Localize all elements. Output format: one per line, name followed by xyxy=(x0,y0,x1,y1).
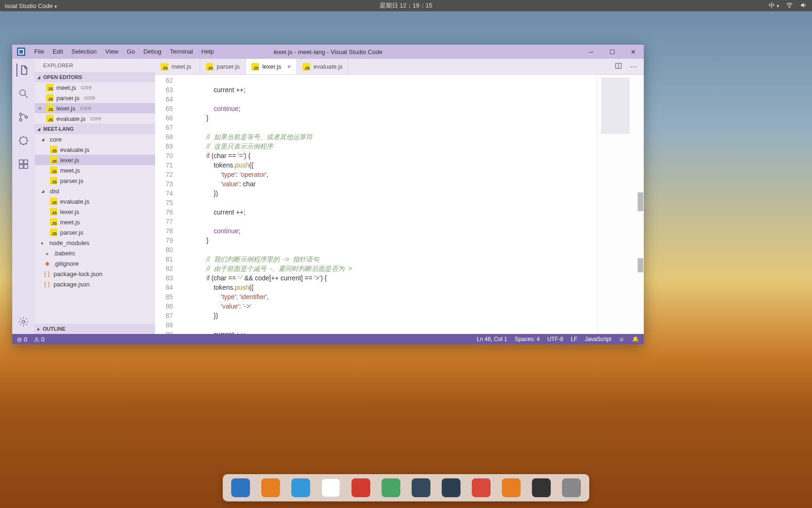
dock-app-4[interactable] xyxy=(351,478,370,497)
tab-parser-js[interactable]: JSparser.js xyxy=(200,59,246,74)
file-parser-js[interactable]: JSparser.js xyxy=(35,175,155,186)
scm-icon[interactable] xyxy=(17,111,30,124)
app-menu[interactable]: isual Studio Code xyxy=(5,2,57,9)
vscode-logo-icon xyxy=(17,48,25,56)
open-editor-lexer-js[interactable]: ×JSlexer.jscore xyxy=(35,103,155,113)
close-icon[interactable]: × xyxy=(37,105,43,112)
dock-app-2[interactable] xyxy=(291,478,310,497)
activity-bar xyxy=(12,59,35,334)
title-bar[interactable]: FileEditSelectionViewGoDebugTerminalHelp… xyxy=(12,45,644,59)
status-errors[interactable]: ⊘ 0 xyxy=(17,336,27,343)
menu-go[interactable]: Go xyxy=(123,45,139,59)
dock-app-3[interactable] xyxy=(321,478,340,497)
js-icon: JS xyxy=(161,63,168,71)
more-actions-icon[interactable]: ⋯ xyxy=(630,62,637,71)
json-icon: { } xyxy=(43,281,51,287)
ime-indicator[interactable]: 中 xyxy=(769,1,779,10)
system-clock: 星期日 12：19：15 xyxy=(380,1,432,10)
close-tab-icon[interactable]: × xyxy=(288,63,291,70)
split-editor-icon[interactable] xyxy=(615,62,622,71)
file-meet-js[interactable]: JSmeet.js xyxy=(35,217,155,227)
open-editor-meet-js[interactable]: JSmeet.jscore xyxy=(35,82,155,93)
file-parser-js[interactable]: JSparser.js xyxy=(35,227,155,238)
menu-file[interactable]: File xyxy=(30,45,48,59)
search-icon[interactable] xyxy=(17,87,30,100)
dock-app-0[interactable] xyxy=(231,478,250,497)
dock-app-11[interactable] xyxy=(562,478,581,497)
json-icon: { } xyxy=(43,270,51,277)
js-icon: JS xyxy=(46,84,54,91)
code-editor[interactable]: current ++; continue; } // 如果当前是等号、或者其他运… xyxy=(178,75,597,334)
tab-meet-js[interactable]: JSmeet.js xyxy=(155,59,200,74)
file-package-json[interactable]: { }package.json xyxy=(35,279,155,289)
menu-terminal[interactable]: Terminal xyxy=(165,45,197,59)
vscode-window: FileEditSelectionViewGoDebugTerminalHelp… xyxy=(12,45,644,344)
volume-icon[interactable] xyxy=(800,1,807,10)
menu-edit[interactable]: Edit xyxy=(48,45,67,59)
folder-node_modules[interactable]: node_modules xyxy=(35,238,155,248)
svg-point-2 xyxy=(20,113,22,116)
dock-app-7[interactable] xyxy=(442,478,461,497)
open-editor-evaluate-js[interactable]: JSevaluate.jscore xyxy=(35,113,155,124)
line-gutter: 6263646566676869707172737475767778798081… xyxy=(155,75,178,334)
file-package-lock-json[interactable]: { }package-lock.json xyxy=(35,269,155,279)
open-editors-header[interactable]: OPEN EDITORS xyxy=(35,72,155,82)
extensions-icon[interactable] xyxy=(17,158,30,171)
folder-dist[interactable]: dist xyxy=(35,186,155,196)
js-icon: JS xyxy=(50,177,57,184)
dock-app-1[interactable] xyxy=(261,478,280,497)
status-language[interactable]: JavaScript xyxy=(585,336,611,342)
file-meet-js[interactable]: JSmeet.js xyxy=(35,165,155,175)
tab-lexer-js[interactable]: JSlexer.js× xyxy=(246,59,297,74)
window-close[interactable]: ✕ xyxy=(623,45,644,59)
window-maximize[interactable]: ☐ xyxy=(601,45,623,59)
settings-icon[interactable] xyxy=(17,315,30,328)
folder-core[interactable]: core xyxy=(35,134,155,144)
file--gitignore[interactable]: .gitignore xyxy=(35,258,155,269)
file-label: parser.js xyxy=(56,95,79,102)
file-hint: core xyxy=(80,105,91,111)
dock-app-9[interactable] xyxy=(502,478,521,497)
svg-point-10 xyxy=(22,320,25,323)
file--babelrc[interactable]: ⬥.babelrc xyxy=(35,248,155,258)
status-encoding[interactable]: UTF-8 xyxy=(547,336,563,342)
svg-rect-8 xyxy=(19,165,23,168)
minimap[interactable] xyxy=(597,75,644,334)
status-bell-icon[interactable]: 🔔 xyxy=(632,336,639,342)
debug-icon[interactable] xyxy=(17,134,30,147)
svg-point-3 xyxy=(20,119,22,121)
tab-evaluate-js[interactable]: JSevaluate.js xyxy=(297,59,349,74)
file-label: lexer.js xyxy=(56,105,75,112)
dock xyxy=(223,474,589,501)
file-label: evaluate.js xyxy=(56,115,86,122)
status-line-col[interactable]: Ln 46, Col 1 xyxy=(477,336,508,342)
menu-selection[interactable]: Selection xyxy=(67,45,101,59)
file-lexer-js[interactable]: JSlexer.js xyxy=(35,206,155,217)
dock-app-5[interactable] xyxy=(382,478,400,497)
dock-app-10[interactable] xyxy=(532,478,551,497)
open-editor-parser-js[interactable]: JSparser.jscore xyxy=(35,93,155,103)
project-header[interactable]: MEET-LANG xyxy=(35,124,155,134)
outline-header[interactable]: OUTLINE xyxy=(35,324,155,334)
status-feedback-icon[interactable]: ☺ xyxy=(619,336,625,342)
svg-point-5 xyxy=(20,137,27,144)
dock-app-6[interactable] xyxy=(412,478,430,497)
menu-debug[interactable]: Debug xyxy=(139,45,165,59)
js-icon: JS xyxy=(46,115,54,122)
wifi-icon[interactable] xyxy=(786,1,793,10)
explorer-title: EXPLORER xyxy=(35,59,155,72)
status-spaces[interactable]: Spaces: 4 xyxy=(515,336,539,342)
window-minimize[interactable]: ─ xyxy=(580,45,601,59)
system-top-bar: isual Studio Code 星期日 12：19：15 中 xyxy=(0,0,812,11)
status-eol[interactable]: LF xyxy=(571,336,578,342)
files-icon[interactable] xyxy=(16,64,30,77)
file-evaluate-js[interactable]: JSevaluate.js xyxy=(35,144,155,155)
svg-rect-6 xyxy=(19,160,23,164)
menu-help[interactable]: Help xyxy=(197,45,219,59)
file-evaluate-js[interactable]: JSevaluate.js xyxy=(35,196,155,206)
menu-view[interactable]: View xyxy=(101,45,123,59)
js-icon: JS xyxy=(50,156,57,164)
status-warnings[interactable]: ⚠ 0 xyxy=(34,336,45,343)
file-lexer-js[interactable]: JSlexer.js xyxy=(35,155,155,165)
dock-app-8[interactable] xyxy=(472,478,491,497)
